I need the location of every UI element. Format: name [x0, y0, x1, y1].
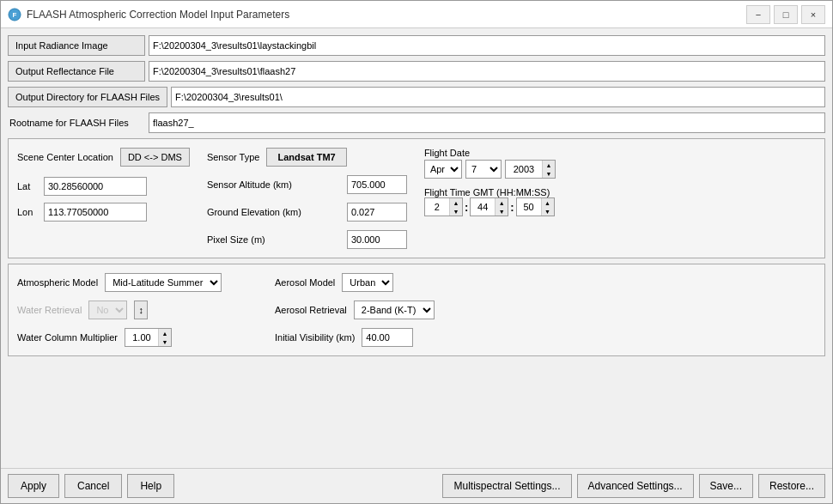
- flight-year-spinbox: ▲ ▼: [505, 160, 556, 179]
- water-col-down-button[interactable]: ▼: [159, 337, 171, 346]
- flight-day-select[interactable]: 7: [465, 160, 502, 179]
- flight-time-label: Flight Time GMT (HH:MM:SS): [424, 187, 596, 197]
- advanced-button[interactable]: Advanced Settings...: [577, 474, 694, 498]
- lat-input[interactable]: [44, 177, 147, 196]
- sensor-section: Sensor Type Landsat TM7 Sensor Altitude …: [207, 148, 407, 249]
- altitude-input[interactable]: [347, 175, 407, 194]
- flight-sec-input[interactable]: [517, 198, 541, 216]
- flight-month-select[interactable]: Apr: [424, 160, 462, 179]
- pixel-label: Pixel Size (m): [207, 234, 340, 245]
- water-col-label: Water Column Multiplier: [17, 332, 118, 343]
- min-up-button[interactable]: ▲: [496, 198, 508, 207]
- water-col-input[interactable]: [125, 329, 158, 346]
- sensor-type-button[interactable]: Landsat TM7: [266, 148, 346, 167]
- aerosol-ret-select[interactable]: 2-Band (K-T): [354, 301, 435, 319]
- dd-dms-button[interactable]: DD <-> DMS: [120, 148, 190, 167]
- pixel-row: Pixel Size (m): [207, 230, 407, 249]
- lon-input[interactable]: [44, 203, 147, 222]
- water-col-spin-buttons: ▲ ▼: [158, 329, 171, 346]
- flight-section: Flight Date Apr 7 ▲ ▼: [424, 148, 596, 249]
- aerosol-model-select[interactable]: Urban: [342, 273, 393, 292]
- output-reflectance-row: Output Reflectance File: [8, 61, 825, 82]
- input-radiance-button[interactable]: Input Radiance Image: [8, 35, 145, 56]
- flight-hour-spinbox: ▲ ▼: [424, 197, 463, 216]
- sec-down-button[interactable]: ▼: [542, 207, 554, 216]
- restore-button[interactable]: Restore...: [758, 474, 825, 498]
- apply-button[interactable]: Apply: [8, 474, 59, 498]
- flight-year-input[interactable]: [506, 161, 542, 178]
- elevation-input[interactable]: [347, 203, 407, 222]
- output-directory-field[interactable]: [171, 87, 825, 107]
- footer: Apply Cancel Help Multispectral Settings…: [1, 468, 832, 503]
- atmo-model-select[interactable]: Mid-Latitude Summer: [105, 273, 222, 292]
- sec-spin-buttons: ▲ ▼: [541, 198, 554, 216]
- lon-row: Lon: [17, 203, 190, 222]
- visibility-label: Initial Visibility (km): [275, 332, 355, 343]
- water-sort-button[interactable]: ↕: [134, 301, 148, 319]
- flight-time-group: Flight Time GMT (HH:MM:SS) ▲ ▼ :: [424, 187, 596, 216]
- sensor-type-row: Sensor Type Landsat TM7: [207, 148, 407, 167]
- input-radiance-field[interactable]: [149, 35, 825, 56]
- middle-panel: Scene Center Location DD <-> DMS Lat Lon: [8, 138, 825, 258]
- flight-date-group: Flight Date Apr 7 ▲ ▼: [424, 148, 596, 179]
- lon-label: Lon: [17, 207, 39, 217]
- pixel-input[interactable]: [347, 230, 407, 249]
- sec-up-button[interactable]: ▲: [542, 198, 554, 207]
- year-up-button[interactable]: ▲: [543, 161, 555, 169]
- lat-row: Lat: [17, 177, 190, 196]
- lat-lon-section: Lat Lon: [17, 177, 190, 222]
- flight-time-row: ▲ ▼ : ▲ ▼ :: [424, 197, 596, 216]
- cancel-button[interactable]: Cancel: [64, 474, 122, 498]
- min-down-button[interactable]: ▼: [496, 207, 508, 216]
- water-col-spinbox: ▲ ▼: [125, 328, 172, 347]
- rootname-label: Rootname for FLAASH Files: [8, 118, 145, 128]
- min-spin-buttons: ▲ ▼: [495, 198, 508, 216]
- input-radiance-row: Input Radiance Image: [8, 35, 825, 56]
- window-controls: − □ ×: [746, 5, 825, 24]
- window-title: FLAASH Atmospheric Correction Model Inpu…: [27, 9, 746, 21]
- flight-date-label: Flight Date: [424, 148, 596, 158]
- main-window: F FLAASH Atmospheric Correction Model In…: [0, 0, 833, 504]
- aerosol-model-row: Aerosol Model Urban: [275, 273, 435, 292]
- visibility-row: Initial Visibility (km): [275, 328, 435, 347]
- scene-label: Scene Center Location: [17, 152, 113, 162]
- year-spin-buttons: ▲ ▼: [542, 161, 555, 178]
- multispectral-button[interactable]: Multispectral Settings...: [442, 474, 571, 498]
- water-retrieval-select[interactable]: No: [88, 301, 127, 319]
- lat-label: Lat: [17, 181, 39, 191]
- minimize-button[interactable]: −: [746, 5, 770, 24]
- output-directory-button[interactable]: Output Directory for FLAASH Files: [8, 87, 167, 107]
- flight-hour-input[interactable]: [425, 198, 449, 216]
- altitude-label: Sensor Altitude (km): [207, 179, 340, 190]
- visibility-input[interactable]: [362, 328, 413, 347]
- atmo-model-label: Atmospheric Model: [17, 277, 98, 288]
- time-sep-1: :: [465, 201, 468, 214]
- atmo-model-row: Atmospheric Model Mid-Latitude Summer: [17, 273, 258, 292]
- help-button[interactable]: Help: [127, 474, 174, 498]
- sensor-type-label: Sensor Type: [207, 152, 260, 162]
- atmo-right: Aerosol Model Urban Aerosol Retrieval 2-…: [275, 273, 435, 347]
- water-col-up-button[interactable]: ▲: [159, 329, 171, 337]
- rootname-row: Rootname for FLAASH Files: [8, 112, 825, 133]
- title-bar: F FLAASH Atmospheric Correction Model In…: [1, 1, 832, 28]
- maximize-button[interactable]: □: [774, 5, 798, 24]
- footer-right: Multispectral Settings... Advanced Setti…: [442, 474, 825, 498]
- hour-down-button[interactable]: ▼: [450, 207, 462, 216]
- output-reflectance-button[interactable]: Output Reflectance File: [8, 61, 145, 82]
- flight-min-input[interactable]: [471, 198, 495, 216]
- atmo-left: Atmospheric Model Mid-Latitude Summer Wa…: [17, 273, 258, 347]
- svg-text:F: F: [13, 11, 17, 19]
- water-retrieval-row: Water Retrieval No ↕: [17, 301, 258, 319]
- hour-up-button[interactable]: ▲: [450, 198, 462, 207]
- output-reflectance-field[interactable]: [149, 61, 825, 82]
- close-button[interactable]: ×: [801, 5, 825, 24]
- save-button[interactable]: Save...: [699, 474, 753, 498]
- output-directory-row: Output Directory for FLAASH Files: [8, 87, 825, 107]
- time-sep-2: :: [510, 201, 514, 214]
- flight-sec-spinbox: ▲ ▼: [516, 197, 555, 216]
- year-down-button[interactable]: ▼: [543, 169, 555, 178]
- rootname-field[interactable]: [149, 112, 825, 133]
- app-icon: F: [8, 8, 21, 21]
- scene-section: Scene Center Location DD <-> DMS Lat Lon: [17, 148, 190, 249]
- elevation-row: Ground Elevation (km): [207, 203, 407, 222]
